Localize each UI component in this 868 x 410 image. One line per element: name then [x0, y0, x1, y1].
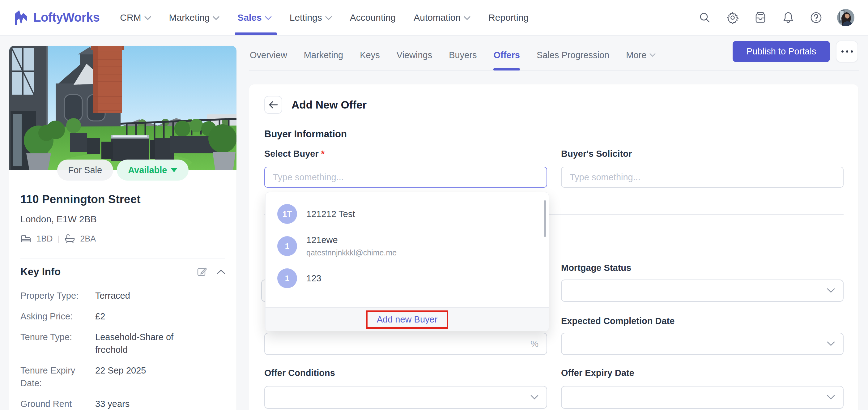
key-info-title: Key Info: [21, 266, 61, 278]
key-info-row: Asking Price: £2: [21, 310, 225, 323]
meta-separator: |: [58, 234, 60, 244]
inbox-icon[interactable]: [754, 11, 767, 24]
collapse-chevron-up-icon[interactable]: [217, 269, 225, 274]
nav-item-accounting[interactable]: Accounting: [350, 0, 396, 35]
tab-overview[interactable]: Overview: [250, 45, 287, 70]
chevron-down-icon: [649, 53, 656, 57]
brand-name: LoftyWorks: [33, 10, 99, 24]
dropdown-scrollbar[interactable]: [544, 200, 546, 237]
chevron-down-icon: [827, 341, 835, 346]
key-info-row: Ground Rent Review Frequency: 33 years: [21, 398, 225, 410]
tab-more[interactable]: More: [626, 45, 656, 70]
nav-item-reporting[interactable]: Reporting: [488, 0, 529, 35]
tab-offers[interactable]: Offers: [493, 45, 520, 70]
key-info-row: Tenure Expiry Date: 22 Sep 2025: [21, 364, 225, 389]
buyer-avatar: 1: [277, 268, 297, 288]
availability-badge[interactable]: Available: [117, 159, 189, 181]
key-info-row: Property Type: Terraced: [21, 289, 225, 302]
sidebar-divider: [21, 258, 225, 259]
tab-marketing[interactable]: Marketing: [304, 45, 343, 70]
chevron-down-icon: [265, 16, 272, 21]
buyer-information-heading: Buyer Information: [264, 128, 347, 140]
tab-keys[interactable]: Keys: [360, 45, 380, 70]
bed-icon: [21, 234, 32, 243]
property-title: 110 Pennington Street: [21, 193, 225, 206]
tab-viewings[interactable]: Viewings: [397, 45, 432, 70]
ellipsis-icon: [841, 50, 844, 53]
key-info-list: Property Type: Terraced Asking Price: £2…: [21, 289, 225, 410]
buyer-avatar: 1T: [277, 204, 297, 224]
chevron-down-icon: [144, 16, 151, 21]
add-offer-panel: Add New Offer Buyer Information Select B…: [249, 84, 859, 410]
settings-gear-icon[interactable]: [726, 11, 739, 24]
mortgage-status-select[interactable]: [561, 280, 844, 302]
nav-item-crm[interactable]: CRM: [120, 0, 151, 35]
chevron-down-icon: [464, 16, 470, 21]
edit-icon[interactable]: [197, 266, 208, 277]
tab-sales-progression[interactable]: Sales Progression: [537, 45, 609, 70]
arrow-left-icon: [268, 101, 278, 109]
primary-nav: CRM Marketing Sales Lettings Accounting …: [120, 0, 529, 35]
nav-item-lettings[interactable]: Lettings: [290, 0, 332, 35]
add-new-buyer-link[interactable]: Add new Buyer: [377, 315, 438, 324]
notifications-bell-icon[interactable]: [781, 11, 795, 24]
expected-completion-label: Expected Completion Date: [561, 316, 675, 326]
offer-expiry-select[interactable]: [561, 386, 844, 409]
percent-suffix: %: [530, 339, 538, 349]
property-address: London, E1W 2BB: [21, 214, 225, 225]
select-buyer-label: Select Buyer*: [264, 149, 324, 159]
chevron-down-icon: [530, 395, 538, 400]
property-meta: 1BD | 2BA: [21, 234, 225, 244]
more-options-button[interactable]: [836, 40, 858, 62]
mortgage-status-label: Mortgage Status: [561, 263, 631, 273]
chevron-down-icon: [213, 16, 219, 21]
back-button[interactable]: [264, 96, 282, 114]
chevron-down-icon: [827, 395, 835, 400]
buyer-option[interactable]: 1 121ewe qatestnnjnkkkl@chime.me: [266, 229, 549, 263]
required-asterisk: *: [321, 149, 324, 158]
buyer-solicitor-label: Buyer's Solicitor: [561, 149, 632, 159]
percentage-input[interactable]: %: [264, 333, 547, 355]
buyer-dropdown-list: 1T 121212 Test 1 121ewe qatestnnjnkkkl@c…: [266, 192, 549, 308]
help-icon[interactable]: [809, 11, 823, 24]
property-badges: For Sale Available: [9, 159, 237, 181]
annotation-highlight: Add new Buyer: [366, 311, 448, 329]
loftyworks-logo[interactable]: LoftyWorks: [13, 9, 99, 26]
caret-down-icon: [170, 168, 178, 172]
chevron-down-icon: [827, 288, 835, 293]
key-info-row: Tenure Type: Leasehold-Share of freehold: [21, 331, 225, 356]
nav-item-automation[interactable]: Automation: [413, 0, 470, 35]
buyer-dropdown: 1T 121212 Test 1 121ewe qatestnnjnkkkl@c…: [265, 192, 549, 331]
property-tabs: Overview Marketing Keys Viewings Buyers …: [250, 45, 656, 70]
buyer-avatar: 1: [277, 236, 297, 256]
nav-item-marketing[interactable]: Marketing: [169, 0, 220, 35]
loftyworks-logo-icon: [13, 9, 29, 26]
buyer-solicitor-input[interactable]: [561, 167, 844, 188]
property-photo: [9, 46, 237, 170]
expected-completion-select[interactable]: [561, 333, 844, 355]
property-sidebar: For Sale Available 110 Pennington Street…: [9, 46, 237, 410]
dropdown-footer: Add new Buyer: [266, 308, 549, 331]
offer-expiry-label: Offer Expiry Date: [561, 368, 634, 378]
user-avatar[interactable]: [837, 9, 855, 26]
page-title: Add New Offer: [291, 99, 367, 111]
offer-conditions-select[interactable]: [264, 386, 547, 409]
tab-buyers[interactable]: Buyers: [449, 45, 477, 70]
top-navigation: LoftyWorks CRM Marketing Sales Lettings …: [0, 0, 868, 35]
header-actions: [698, 9, 855, 26]
beds-value: 1BD: [36, 234, 53, 244]
bath-icon: [65, 234, 75, 244]
status-badge: For Sale: [57, 159, 114, 181]
publish-to-portals-button[interactable]: Publish to Portals: [733, 41, 830, 62]
select-buyer-input[interactable]: [264, 167, 547, 188]
nav-item-sales[interactable]: Sales: [238, 0, 271, 35]
search-icon[interactable]: [698, 11, 712, 24]
buyer-option[interactable]: 1 123: [266, 263, 549, 294]
offer-conditions-label: Offer Conditions: [264, 368, 335, 378]
buyer-option[interactable]: 1T 121212 Test: [266, 199, 549, 229]
chevron-down-icon: [325, 16, 332, 21]
baths-value: 2BA: [80, 234, 96, 244]
